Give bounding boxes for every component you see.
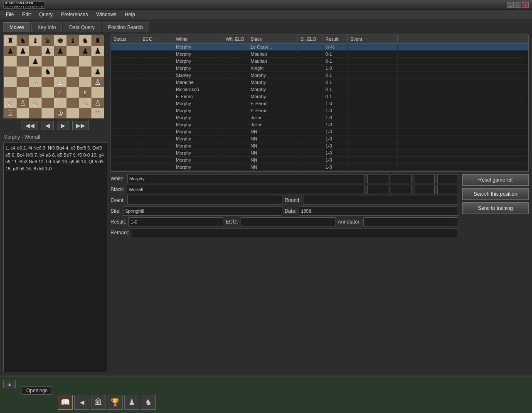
minimize-button[interactable]: _ <box>507 2 514 8</box>
openings-label: Openings <box>22 386 52 395</box>
event-row: Event: Round: <box>111 196 458 205</box>
board-cell: ♞ <box>17 35 29 46</box>
nav-last-button[interactable]: ▶▶ <box>72 121 89 130</box>
table-cell: Richardson <box>173 86 223 93</box>
right-panel: Status ECO White Wh. ELO Black Bl. ELO R… <box>111 34 529 372</box>
table-cell: Morphy <box>173 128 223 135</box>
board-cell: ♘ <box>54 87 66 98</box>
nav-prev-button[interactable]: ◀ <box>42 121 54 130</box>
table-row[interactable]: F. PerrinMorphy0-1 <box>111 93 528 100</box>
bottom-icon-knight[interactable]: ♞ <box>141 395 156 410</box>
menu-preferences[interactable]: Preferences <box>57 11 92 18</box>
table-row[interactable]: MorphyNN1-0 <box>111 171 528 171</box>
col-header-event: Event <box>348 35 398 43</box>
nav-next-button[interactable]: ▶ <box>57 121 69 130</box>
white-extra1[interactable] <box>367 174 388 183</box>
date-input[interactable] <box>299 206 458 216</box>
annotator-input[interactable] <box>363 217 458 226</box>
tab-moves[interactable]: Moves <box>3 22 30 32</box>
menu-query[interactable]: Query <box>35 11 57 18</box>
menu-windows[interactable]: Windows <box>92 11 121 18</box>
reset-game-list-button[interactable]: Reset game list <box>462 174 529 186</box>
table-row[interactable]: MorphyNN1-0 <box>111 128 528 135</box>
board-cell: ♔ <box>54 108 66 118</box>
table-cell <box>140 72 173 79</box>
table-row[interactable]: MorphyMaurian0-1 <box>111 51 528 58</box>
table-cell <box>298 65 323 71</box>
table-row[interactable]: StanleyMorphy0-1 <box>111 72 528 79</box>
bottom-icon-building[interactable]: 🏛 <box>91 395 106 410</box>
eco-input[interactable] <box>241 217 335 226</box>
table-row[interactable]: MorphyNN1-0 <box>111 150 528 157</box>
menu-file[interactable]: File <box>2 11 18 18</box>
round-input[interactable] <box>303 196 458 205</box>
result-input[interactable] <box>128 217 223 226</box>
board-cell: ♟ <box>91 66 104 77</box>
titlebar-left: ♔ CHESSMASTERGRANDMASTER EDITION <box>3 1 45 9</box>
table-row[interactable]: MorphyNN1-0 <box>111 143 528 150</box>
white-row: White: <box>111 174 458 183</box>
bottom-icon-trophy[interactable]: 🏆 <box>108 395 123 410</box>
table-cell <box>140 171 173 171</box>
table-cell: NN <box>248 128 298 135</box>
black-extra4[interactable] <box>437 185 458 194</box>
tab-data-query[interactable]: Data Query <box>63 22 101 32</box>
table-cell <box>223 100 248 107</box>
board-cell <box>17 56 29 66</box>
table-row[interactable]: MorphyJulien1-0 <box>111 114 528 121</box>
table-row[interactable]: MorphyJulien1-0 <box>111 121 528 128</box>
site-input[interactable] <box>123 206 282 216</box>
search-position-button[interactable]: Search this position <box>462 188 529 200</box>
menu-edit[interactable]: Edit <box>18 11 35 18</box>
black-input[interactable] <box>127 185 365 194</box>
board-cell <box>66 98 79 108</box>
white-input[interactable] <box>127 174 365 183</box>
table-cell <box>223 171 248 171</box>
remark-input[interactable] <box>132 228 458 237</box>
event-input[interactable] <box>127 196 282 205</box>
tab-position-search[interactable]: Position Search <box>102 22 149 32</box>
table-cell <box>140 135 173 142</box>
bottom-icon-pawn[interactable]: ♟ <box>124 395 139 410</box>
white-extra3[interactable] <box>414 174 435 183</box>
maximize-button[interactable]: □ <box>515 2 521 8</box>
table-cell <box>223 72 248 79</box>
menu-help[interactable]: Help <box>121 11 139 18</box>
table-row[interactable]: MorphyMaurian0-1 <box>111 58 528 65</box>
bottom-icon-prev[interactable]: ◀ <box>74 395 89 410</box>
table-cell <box>298 107 323 114</box>
board-cell: ♞ <box>42 66 54 77</box>
send-to-training-button[interactable]: Send to training <box>462 202 529 214</box>
chess-board-grid: ♜♞♝♛♚♝♞♜♟♟♟♟♟♟♟♞♟♗♙♙♘♗♙♙♙♙♙♖♔♖ <box>4 35 104 118</box>
board-cell <box>91 56 104 66</box>
table-cell <box>298 51 323 57</box>
table-row[interactable]: MorphyLe Carp/...½-½ <box>111 44 528 51</box>
table-row[interactable]: MorphyF. Perrin1-0 <box>111 107 528 114</box>
table-row[interactable]: MaracheMorphy0-1 <box>111 79 528 86</box>
close-button[interactable]: × <box>522 2 529 8</box>
table-body: MorphyLe Carp/...½-½MorphyMaurian0-1Morp… <box>111 44 528 171</box>
table-row[interactable]: MorphyKnight1-0 <box>111 65 528 72</box>
black-extra1[interactable] <box>367 185 388 194</box>
table-row[interactable]: MorphyNN1-0 <box>111 135 528 143</box>
tab-key-info[interactable]: Key Info <box>31 22 62 32</box>
board-cell: ♝ <box>66 35 79 46</box>
board-cell <box>66 56 79 66</box>
table-cell <box>348 164 398 170</box>
bottom-icon-book[interactable]: 📖 <box>58 395 73 410</box>
white-extra4[interactable] <box>437 174 458 183</box>
table-row[interactable]: MorphyNN1-0 <box>111 157 528 164</box>
table-row[interactable]: MorphyNN1-0 <box>111 164 528 171</box>
black-extra2[interactable] <box>391 185 411 194</box>
table-cell: Morphy <box>173 150 223 156</box>
table-cell: 1-0 <box>323 121 348 128</box>
black-extra3[interactable] <box>414 185 435 194</box>
table-row[interactable]: RichardsonMorphy0-1 <box>111 86 528 93</box>
table-row[interactable]: MorphyF. Perrin1-0 <box>111 100 528 107</box>
white-extra2[interactable] <box>391 174 411 183</box>
board-cell <box>66 87 79 98</box>
table-cell: NN <box>248 150 298 156</box>
nav-first-button[interactable]: ◀◀ <box>22 121 38 130</box>
bottom-up-button[interactable]: ▲ <box>3 380 16 388</box>
table-cell <box>140 121 173 128</box>
